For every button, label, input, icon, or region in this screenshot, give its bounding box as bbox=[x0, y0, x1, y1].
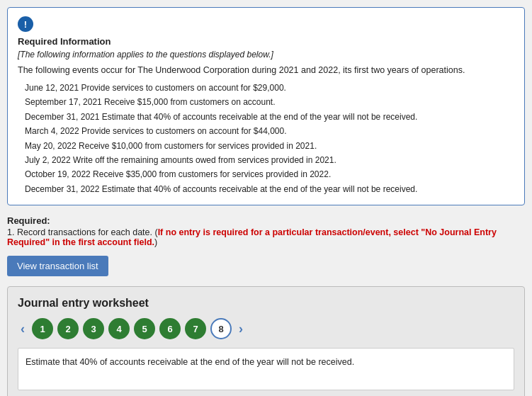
event-item: May 20, 2022 Receive $10,000 from custom… bbox=[25, 139, 514, 153]
description-box: Estimate that 40% of accounts receivable… bbox=[18, 348, 514, 390]
worksheet-title: Journal entry worksheet bbox=[18, 297, 514, 310]
nav-btn-4[interactable]: 4 bbox=[108, 318, 130, 339]
nav-btn-1[interactable]: 1 bbox=[32, 318, 53, 339]
info-subtitle: [The following information applies to th… bbox=[18, 50, 514, 60]
required-text: 1. Record transactions for each date. (I… bbox=[7, 227, 525, 247]
prev-arrow[interactable]: ‹ bbox=[18, 322, 28, 336]
event-item: December 31, 2021 Estimate that 40% of a… bbox=[25, 110, 514, 124]
required-text-normal: Record transactions for each date. ( bbox=[17, 227, 158, 237]
events-list: June 12, 2021 Provide services to custom… bbox=[25, 81, 514, 196]
event-item: December 31, 2022 Estimate that 40% of a… bbox=[25, 182, 514, 196]
event-item: March 4, 2022 Provide services to custom… bbox=[25, 124, 514, 138]
view-transaction-button[interactable]: View transaction list bbox=[7, 256, 108, 276]
info-box: ! Required Information [The following in… bbox=[7, 7, 525, 205]
event-item: October 19, 2022 Receive $35,000 from cu… bbox=[25, 167, 514, 181]
nav-btn-7[interactable]: 7 bbox=[185, 318, 206, 339]
nav-btn-8[interactable]: 8 bbox=[210, 318, 232, 339]
event-item: July 2, 2022 Write off the remaining amo… bbox=[25, 153, 514, 167]
nav-btn-2[interactable]: 2 bbox=[57, 318, 79, 339]
nav-btn-3[interactable]: 3 bbox=[83, 318, 104, 339]
info-intro: The following events occur for The Under… bbox=[18, 65, 514, 75]
required-number: 1. bbox=[7, 227, 14, 237]
required-text-end: ) bbox=[154, 237, 157, 247]
required-label: Required: bbox=[7, 215, 50, 226]
event-item: September 17, 2021 Receive $15,000 from … bbox=[25, 95, 514, 109]
worksheet-box: Journal entry worksheet ‹ 12345678 › Est… bbox=[7, 286, 525, 396]
nav-btn-6[interactable]: 6 bbox=[159, 318, 181, 339]
info-icon: ! bbox=[18, 16, 33, 32]
event-item: June 12, 2021 Provide services to custom… bbox=[25, 81, 514, 95]
nav-btn-5[interactable]: 5 bbox=[134, 318, 155, 339]
info-title: Required Information bbox=[18, 36, 514, 47]
required-section: Required: 1. Record transactions for eac… bbox=[7, 215, 525, 247]
next-arrow[interactable]: › bbox=[236, 322, 246, 336]
nav-row: ‹ 12345678 › bbox=[18, 318, 514, 339]
